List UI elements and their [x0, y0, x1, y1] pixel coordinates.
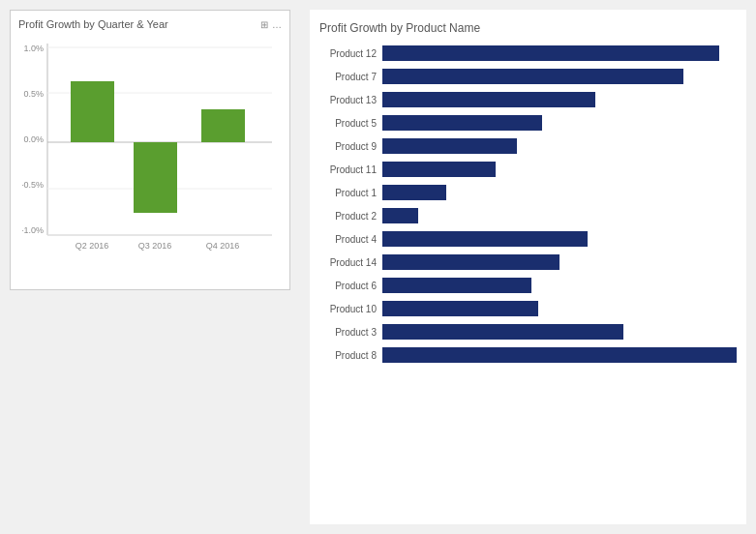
- bar-fill: [382, 254, 559, 270]
- more-icon[interactable]: …: [272, 19, 282, 30]
- chart-icons: ⊞ …: [260, 19, 282, 30]
- bar-fill: [382, 278, 531, 293]
- bar-q4-2016: [201, 109, 245, 142]
- product-bar-row: Product 3: [319, 321, 737, 342]
- bar-q3-2016: [134, 142, 177, 213]
- bar-fill: [382, 185, 446, 200]
- bar-track: [382, 278, 737, 293]
- product-label: Product 7: [319, 72, 382, 82]
- bar-fill: [382, 138, 517, 154]
- svg-text:-0.5%: -0.5%: [22, 180, 44, 190]
- bar-q2-2016: [71, 81, 114, 142]
- bar-track: [382, 92, 737, 107]
- left-panel: Profit Growth by Quarter & Year ⊞ … 1.0%…: [10, 10, 300, 524]
- product-label: Product 13: [319, 95, 382, 105]
- product-bar-row: Product 1: [319, 182, 737, 203]
- product-label: Product 8: [319, 350, 382, 361]
- bar-track: [382, 69, 737, 84]
- product-bar-chart: Product 12Product 7Product 13Product 5Pr…: [319, 43, 737, 366]
- bar-fill: [382, 231, 588, 247]
- product-bar-row: Product 8: [319, 344, 737, 366]
- svg-text:Q4 2016: Q4 2016: [206, 241, 240, 251]
- product-label: Product 1: [319, 188, 382, 198]
- bar-fill: [382, 301, 538, 316]
- bar-fill: [382, 162, 496, 177]
- right-panel: Profit Growth by Product Name Product 12…: [310, 10, 746, 524]
- product-bar-row: Product 2: [319, 205, 737, 226]
- product-bar-row: Product 6: [319, 275, 737, 296]
- bar-fill: [382, 69, 683, 84]
- product-label: Product 11: [319, 164, 382, 175]
- bar-track: [382, 231, 737, 247]
- quarterly-chart-box: Profit Growth by Quarter & Year ⊞ … 1.0%…: [10, 10, 290, 290]
- svg-text:Q2 2016: Q2 2016: [76, 241, 109, 251]
- bar-track: [382, 324, 737, 340]
- bar-fill: [382, 92, 595, 107]
- bar-track: [382, 208, 737, 223]
- bar-fill: [382, 115, 542, 131]
- bar-track: [382, 115, 737, 131]
- bar-track: [382, 162, 737, 177]
- product-label: Product 2: [319, 211, 382, 222]
- product-label: Product 5: [319, 118, 382, 129]
- product-bar-row: Product 14: [319, 252, 737, 273]
- dashboard: Profit Growth by Quarter & Year ⊞ … 1.0%…: [0, 0, 756, 534]
- bar-track: [382, 138, 737, 154]
- bar-track: [382, 301, 737, 316]
- svg-text:Q3 2016: Q3 2016: [138, 241, 172, 251]
- product-bar-row: Product 9: [319, 135, 737, 157]
- product-chart-title: Profit Growth by Product Name: [319, 21, 737, 35]
- product-label: Product 6: [319, 281, 382, 291]
- product-label: Product 10: [319, 304, 382, 314]
- product-bar-row: Product 10: [319, 298, 737, 319]
- chart-header: Profit Growth by Quarter & Year ⊞ …: [18, 18, 282, 30]
- svg-text:-1.0%: -1.0%: [22, 225, 44, 235]
- bar-track: [382, 185, 737, 200]
- bar-track: [382, 347, 737, 363]
- product-bar-row: Product 7: [319, 66, 737, 87]
- bar-fill: [382, 208, 418, 223]
- bar-fill: [382, 45, 719, 61]
- product-label: Product 9: [319, 141, 382, 152]
- svg-text:0.0%: 0.0%: [23, 134, 44, 144]
- bar-fill: [382, 347, 737, 363]
- product-bar-row: Product 5: [319, 112, 737, 134]
- product-label: Product 4: [319, 234, 382, 245]
- product-bar-row: Product 12: [319, 43, 737, 64]
- product-label: Product 3: [319, 327, 382, 338]
- bar-fill: [382, 324, 623, 340]
- quarterly-bar-svg: 1.0% 0.5% 0.0% -0.5% -1.0%: [22, 34, 274, 261]
- product-label: Product 12: [319, 48, 382, 59]
- svg-text:1.0%: 1.0%: [23, 44, 44, 53]
- svg-text:0.5%: 0.5%: [23, 89, 44, 99]
- product-bar-row: Product 11: [319, 159, 737, 180]
- quarterly-chart-title: Profit Growth by Quarter & Year: [18, 18, 168, 30]
- bar-track: [382, 254, 737, 270]
- product-bar-row: Product 4: [319, 228, 737, 250]
- expand-icon[interactable]: ⊞: [260, 19, 268, 30]
- bar-track: [382, 45, 737, 61]
- product-label: Product 14: [319, 257, 382, 268]
- product-bar-row: Product 13: [319, 89, 737, 110]
